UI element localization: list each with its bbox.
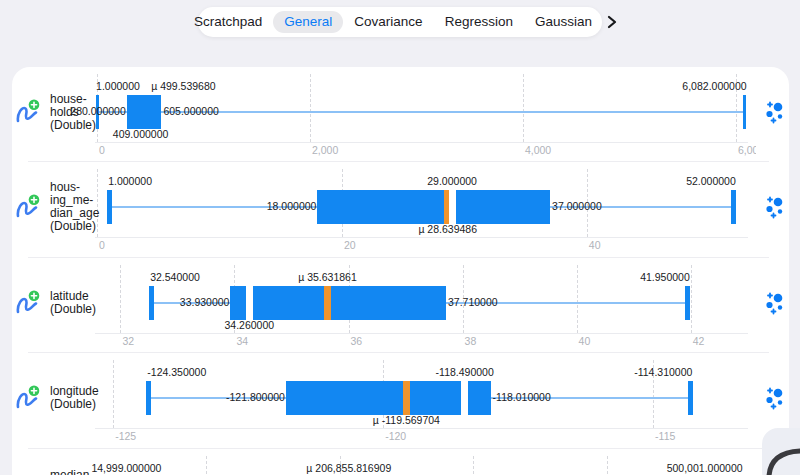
axis-baseline [95, 333, 748, 334]
variable-icon[interactable] [16, 385, 43, 412]
tab-bar: ScratchpadGeneralCovarianceRegressionGau… [198, 7, 602, 37]
tick-label: 42 [693, 335, 705, 347]
gridline [473, 456, 474, 475]
chevron-right-icon[interactable] [607, 15, 617, 29]
tick-label: 40 [579, 335, 591, 347]
median-value-label: 29.000000 [427, 176, 477, 188]
mean-value-label: µ 499.539680 [151, 81, 215, 93]
q3-value-label: 605.000000 [163, 106, 218, 118]
variable-name: longitude (Double) [50, 385, 102, 411]
axis-ticks: 02,0004,0006,000 [12, 144, 756, 157]
max-marker [731, 190, 736, 224]
axis-ticks: 02040 [12, 239, 756, 252]
min-marker [149, 286, 154, 320]
max-marker [685, 286, 690, 320]
variable-name: median [50, 469, 102, 475]
variable-icon[interactable] [16, 290, 43, 317]
gridline [577, 265, 578, 333]
gridline [310, 74, 311, 142]
tick-label: 38 [465, 335, 477, 347]
variable-name: hous- ing_me- dian_age (Double) [50, 181, 102, 233]
min-value-label: 32.540000 [150, 272, 200, 284]
scatter-detail-icon[interactable] [764, 386, 787, 411]
tab-regression[interactable]: Regression [434, 11, 524, 33]
variable-row: -125-120-115-121.800000-118.010000-124.3… [12, 352, 789, 449]
variable-icon[interactable] [16, 194, 43, 221]
pen-arc-icon [762, 444, 800, 475]
median-line [461, 381, 468, 415]
tick-label: 34 [236, 335, 248, 347]
max-value-label: 6,082.000000 [682, 81, 746, 93]
gridline [206, 456, 207, 475]
gridline [691, 265, 692, 333]
scatter-detail-icon[interactable] [764, 291, 787, 316]
variable-name: house- holds (Double) [50, 93, 102, 132]
tab-covariance[interactable]: Covariance [343, 11, 433, 33]
tick-label: 40 [589, 239, 601, 251]
mean-value-label: µ 28.639486 [418, 224, 477, 236]
scatter-detail-icon[interactable] [764, 100, 787, 125]
tick-label: 32 [122, 335, 134, 347]
gridline [607, 456, 608, 475]
scatter-detail-icon[interactable] [764, 195, 787, 220]
tab-gaussian[interactable]: Gaussian [524, 11, 603, 33]
q1-value-label: -121.800000 [226, 392, 285, 404]
gridline [120, 265, 121, 333]
gridline [523, 74, 524, 142]
mean-value-label: µ -119.569704 [373, 415, 440, 427]
max-value-label: -114.310000 [634, 367, 692, 379]
min-value-label: 1.000000 [96, 81, 140, 93]
variable-icon[interactable] [16, 99, 43, 126]
variable-row: 02,0004,0006,000280.000000605.0000001.00… [12, 66, 789, 163]
q3-value-label: 37.000000 [552, 201, 602, 213]
tick-label: -120 [385, 430, 406, 442]
iqr-box [317, 190, 550, 224]
median-value-label: 34.260000 [224, 320, 274, 332]
variable-row: 0204018.00000037.0000001.00000052.000000… [12, 161, 789, 258]
tick-label: 0 [99, 144, 105, 156]
tick-label: 4,000 [525, 144, 551, 156]
floating-tool-button[interactable] [762, 428, 800, 475]
q3-value-label: 37.710000 [448, 297, 498, 309]
tab-general[interactable]: General [273, 11, 343, 33]
mean-line [324, 286, 331, 320]
app-screen: ScratchpadGeneralCovarianceRegressionGau… [0, 0, 800, 475]
tab-scratchpad[interactable]: Scratchpad [183, 11, 273, 33]
mean-value-label: µ 35.631861 [298, 272, 357, 284]
row-divider [28, 257, 769, 258]
variable-name: latitude (Double) [50, 290, 102, 316]
q1-value-label: 33.930000 [180, 297, 230, 309]
tick-label: 2,000 [312, 144, 338, 156]
median-value-label: 409.000000 [113, 129, 168, 141]
variable-row: 14,999.000000500,001.000000µ 206,855.816… [12, 448, 789, 475]
axis-baseline [95, 237, 748, 238]
tick-label: 20 [344, 239, 356, 251]
q1-value-label: 18.000000 [267, 201, 317, 213]
axis-ticks: 323436384042 [12, 335, 756, 348]
mean-value-label: µ 206,855.816909 [306, 463, 391, 475]
mean-line [403, 381, 410, 415]
variable-row: 32343638404233.93000037.71000032.5400004… [12, 257, 789, 354]
median-line [246, 286, 253, 320]
max-value-label: 52.000000 [686, 176, 736, 188]
iqr-box [230, 286, 446, 320]
min-value-label: 1.000000 [108, 176, 152, 188]
max-value-label: 500,001.000000 [667, 463, 743, 475]
min-value-label: -124.350000 [147, 367, 206, 379]
max-marker [688, 381, 693, 415]
tick-label: -125 [115, 430, 136, 442]
axis-baseline [95, 428, 748, 429]
iqr-box [286, 381, 491, 415]
gridline [113, 360, 114, 428]
min-marker [107, 190, 112, 224]
tick-label: -115 [655, 430, 675, 442]
max-value-label: 41.950000 [640, 272, 690, 284]
row-divider [28, 448, 769, 449]
iqr-box [127, 95, 162, 129]
min-marker [146, 381, 151, 415]
tick-label: 0 [99, 239, 105, 251]
q3-value-label: -118.010000 [493, 392, 551, 404]
row-divider [28, 161, 769, 162]
axis-baseline [95, 142, 748, 143]
axis-ticks: -125-120-115 [12, 430, 756, 443]
